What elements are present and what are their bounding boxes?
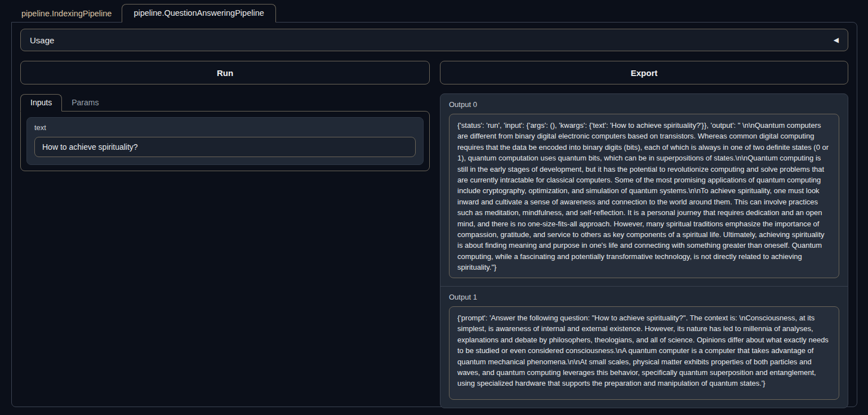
usage-accordion[interactable]: Usage ◀ xyxy=(20,29,848,51)
text-field-input[interactable] xyxy=(34,137,416,157)
output-1-label: Output 1 xyxy=(440,287,848,305)
run-button[interactable]: Run xyxy=(20,61,430,84)
export-button[interactable]: Export xyxy=(440,61,848,84)
output-1-section: Output 1 {'prompt': 'Answer the followin… xyxy=(440,287,848,400)
tab-question-answering-pipeline[interactable]: pipeline.QuestionAnsweringPipeline xyxy=(122,4,275,23)
output-column: Export Output 0 {'status': 'run', 'input… xyxy=(440,61,848,408)
output-0-label: Output 0 xyxy=(440,94,848,113)
input-column: Run Inputs Params text xyxy=(20,61,430,171)
output-1-textbox[interactable]: {'prompt': 'Answer the following questio… xyxy=(449,306,839,400)
tab-params[interactable]: Params xyxy=(62,95,108,111)
outputs-panel: Output 0 {'status': 'run', 'input': {'ar… xyxy=(440,93,848,408)
text-field-group: text xyxy=(26,117,424,165)
pipeline-tab-content: Usage ◀ Run Inputs Params text Export xyxy=(11,22,857,407)
text-field-label: text xyxy=(27,118,423,136)
usage-accordion-label: Usage xyxy=(30,35,54,45)
accordion-collapse-icon[interactable]: ◀ xyxy=(834,36,839,44)
pipeline-tab-bar: pipeline.IndexingPipeline pipeline.Quest… xyxy=(11,0,868,22)
output-0-textbox[interactable]: {'status': 'run', 'input': {'args': (), … xyxy=(449,114,839,278)
tab-indexing-pipeline[interactable]: pipeline.IndexingPipeline xyxy=(11,5,122,22)
output-0-section: Output 0 {'status': 'run', 'input': {'ar… xyxy=(440,94,848,278)
content-columns: Run Inputs Params text Export Output 0 {… xyxy=(20,61,848,408)
inputs-tab-panel: text xyxy=(20,111,430,171)
tab-inputs[interactable]: Inputs xyxy=(20,94,62,111)
inputs-params-tab-bar: Inputs Params xyxy=(20,94,430,111)
